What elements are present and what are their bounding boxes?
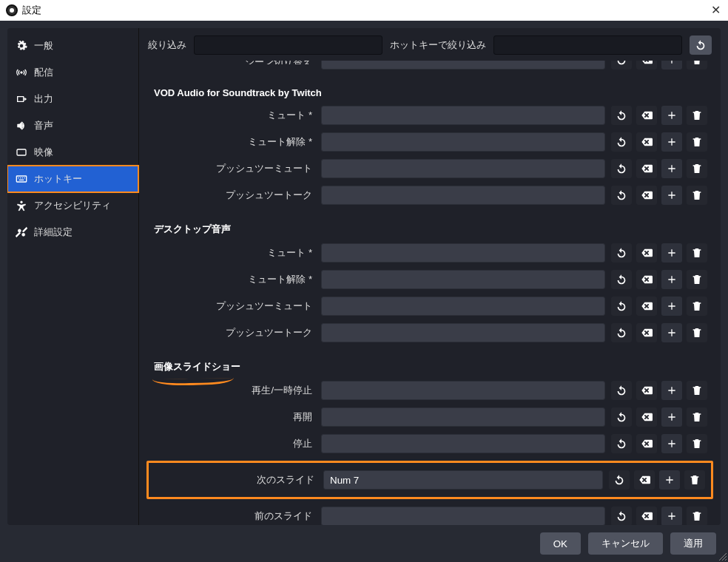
sidebar-item-keyboard[interactable]: ホットキー: [7, 166, 138, 192]
clear-button[interactable]: [636, 243, 657, 263]
revert-button[interactable]: [611, 407, 632, 427]
delete-icon: [691, 385, 703, 396]
hotkey-input[interactable]: [321, 132, 605, 152]
hotkey-input[interactable]: [323, 470, 603, 490]
apply-button[interactable]: 適用: [670, 532, 716, 555]
revert-button[interactable]: [611, 159, 632, 178]
hotkey-input[interactable]: [321, 434, 605, 453]
add-button[interactable]: [661, 61, 682, 70]
revert-button[interactable]: [611, 186, 632, 205]
hotkey-input[interactable]: [321, 381, 605, 400]
add-button[interactable]: [661, 323, 682, 342]
add-button[interactable]: [661, 381, 682, 400]
sidebar-item-audio[interactable]: 音声: [7, 112, 138, 139]
revert-button[interactable]: [611, 270, 632, 289]
clear-icon: [641, 136, 653, 148]
revert-button[interactable]: [611, 61, 632, 70]
revert-button[interactable]: [611, 243, 632, 263]
revert-button[interactable]: [611, 381, 632, 400]
delete-button[interactable]: [687, 507, 707, 525]
output-icon: [15, 92, 28, 106]
delete-button[interactable]: [687, 186, 707, 205]
ok-button[interactable]: OK: [540, 532, 581, 555]
clear-button[interactable]: [636, 270, 657, 289]
hotkey-filter-input[interactable]: [493, 35, 682, 55]
hotkey-scroll-area[interactable]: シーン切り替え VOD Audio for Soundtrack by Twit…: [139, 61, 721, 525]
hotkey-input[interactable]: [321, 507, 605, 525]
revert-button[interactable]: [609, 470, 630, 490]
cancel-button[interactable]: キャンセル: [588, 532, 663, 555]
clear-button[interactable]: [636, 434, 657, 453]
add-button[interactable]: [661, 106, 682, 125]
delete-button[interactable]: [687, 132, 707, 152]
hotkey-input[interactable]: [321, 243, 605, 263]
clear-button[interactable]: [636, 507, 657, 525]
hotkey-input[interactable]: [321, 407, 605, 427]
delete-icon: [691, 163, 703, 175]
delete-button[interactable]: [684, 470, 705, 490]
hotkey-input[interactable]: [321, 61, 605, 70]
sidebar: 一般配信出力音声映像ホットキーアクセシビリティ詳細設定: [7, 28, 139, 525]
revert-button[interactable]: [611, 507, 632, 525]
clear-button[interactable]: [636, 407, 657, 427]
clear-button[interactable]: [636, 106, 657, 125]
add-button[interactable]: [661, 186, 682, 205]
add-button[interactable]: [661, 243, 682, 263]
add-button[interactable]: [661, 407, 682, 427]
add-button[interactable]: [661, 132, 682, 152]
delete-button[interactable]: [687, 381, 707, 400]
hotkey-row: 再開: [152, 407, 707, 427]
sidebar-item-accessibility[interactable]: アクセシビリティ: [7, 192, 138, 219]
revert-button[interactable]: [611, 323, 632, 342]
revert-icon: [616, 109, 627, 121]
delete-button[interactable]: [687, 159, 707, 178]
revert-icon: [616, 247, 627, 259]
delete-button[interactable]: [687, 106, 707, 125]
revert-button[interactable]: [611, 132, 632, 152]
hotkey-input[interactable]: [321, 297, 605, 316]
hotkey-input[interactable]: [321, 159, 605, 178]
reset-filter-button[interactable]: [690, 35, 712, 55]
clear-button[interactable]: [636, 132, 657, 152]
hotkey-input[interactable]: [321, 323, 605, 342]
clear-icon: [641, 385, 653, 396]
revert-button[interactable]: [611, 434, 632, 453]
add-button[interactable]: [661, 507, 682, 525]
delete-button[interactable]: [687, 61, 707, 70]
delete-button[interactable]: [687, 434, 707, 453]
clear-button[interactable]: [636, 159, 657, 178]
delete-button[interactable]: [687, 243, 707, 263]
delete-button[interactable]: [687, 270, 707, 289]
hotkey-input[interactable]: [321, 186, 605, 205]
clear-button[interactable]: [636, 186, 657, 205]
sidebar-item-broadcast[interactable]: 配信: [7, 59, 138, 86]
add-button[interactable]: [661, 270, 682, 289]
filter-input[interactable]: [194, 35, 382, 55]
hotkey-input[interactable]: [321, 270, 605, 289]
resize-grip[interactable]: [718, 552, 727, 561]
clear-button[interactable]: [636, 61, 657, 70]
hotkey-actions: [611, 186, 707, 205]
add-button[interactable]: [661, 434, 682, 453]
revert-button[interactable]: [611, 106, 632, 125]
delete-button[interactable]: [687, 323, 707, 342]
sidebar-item-advanced[interactable]: 詳細設定: [7, 219, 138, 246]
clear-button[interactable]: [636, 381, 657, 400]
sidebar-item-video[interactable]: 映像: [7, 139, 138, 166]
add-button[interactable]: [661, 297, 682, 316]
add-icon: [666, 274, 678, 285]
sidebar-item-gear[interactable]: 一般: [7, 33, 138, 59]
hotkey-actions: [611, 243, 707, 263]
close-icon[interactable]: ✕: [711, 3, 721, 17]
clear-button[interactable]: [636, 323, 657, 342]
delete-button[interactable]: [687, 297, 707, 316]
sidebar-item-output[interactable]: 出力: [7, 86, 138, 112]
clear-button[interactable]: [634, 470, 655, 490]
delete-button[interactable]: [687, 407, 707, 427]
add-button[interactable]: [661, 159, 682, 178]
hotkey-input[interactable]: [321, 106, 605, 125]
clear-button[interactable]: [636, 297, 657, 316]
add-button[interactable]: [659, 470, 680, 490]
hotkey-label: ミュート解除 *: [152, 135, 315, 149]
revert-button[interactable]: [611, 297, 632, 316]
